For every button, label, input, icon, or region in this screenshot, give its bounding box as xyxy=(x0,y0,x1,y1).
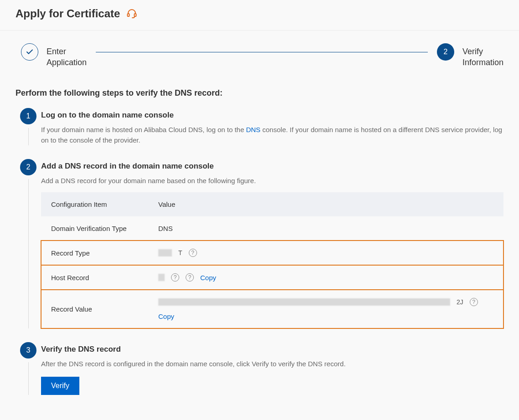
timeline-line xyxy=(28,179,29,328)
wizard-step-2-label: Verify Information xyxy=(462,43,503,68)
dns-console-link[interactable]: DNS xyxy=(246,126,260,133)
section-title: Perform the following steps to verify th… xyxy=(16,88,503,98)
wizard-divider xyxy=(96,52,428,52)
copy-host-record[interactable]: Copy xyxy=(200,274,216,282)
row-record-value: Record Value 2J ? Copy xyxy=(41,290,503,328)
instruction-step-2: 2 Add a DNS record in the domain name co… xyxy=(16,159,503,328)
timeline-line xyxy=(28,362,29,394)
svg-rect-1 xyxy=(135,14,136,16)
step-2-title: Add a DNS record in the domain name cons… xyxy=(41,162,503,171)
step-2-desc: Add a DNS record for your domain name ba… xyxy=(41,175,503,186)
step-number-1: 1 xyxy=(20,108,36,124)
step-number-2: 2 xyxy=(20,159,36,175)
row-host-record: Host Record ? ? Copy xyxy=(41,265,503,290)
redacted-value xyxy=(158,298,450,306)
headset-icon[interactable] xyxy=(126,8,137,20)
copy-record-value[interactable]: Copy xyxy=(158,312,174,320)
svg-rect-0 xyxy=(128,14,130,16)
col-value: Value xyxy=(148,192,503,216)
col-config-item: Configuration Item xyxy=(41,192,148,216)
instruction-step-3: 3 Verify the DNS record After the DNS re… xyxy=(16,342,503,394)
step-1-desc: If your domain name is hosted on Alibaba… xyxy=(41,124,503,146)
row-domain-verification-type: Domain Verification Type DNS xyxy=(41,216,503,241)
instruction-step-1: 1 Log on to the domain name console If y… xyxy=(16,108,503,146)
wizard-step-2[interactable]: 2 Verify Information xyxy=(437,43,503,68)
step-number-3: 3 xyxy=(20,342,36,359)
step-3-title: Verify the DNS record xyxy=(41,345,503,354)
step-3-desc: After the DNS record is configured in th… xyxy=(41,359,503,369)
help-icon[interactable]: ? xyxy=(186,273,194,282)
step-1-title: Log on to the domain name console xyxy=(41,111,503,120)
page-title: Apply for Certificate xyxy=(16,7,120,20)
timeline-line xyxy=(28,128,29,146)
wizard-step-2-number: 2 xyxy=(437,43,454,61)
help-icon[interactable]: ? xyxy=(470,298,478,306)
redacted-value xyxy=(158,274,165,281)
table-header-row: Configuration Item Value xyxy=(41,192,503,216)
dns-config-table: Configuration Item Value Domain Verifica… xyxy=(41,192,503,328)
help-icon[interactable]: ? xyxy=(189,249,197,257)
help-icon[interactable]: ? xyxy=(171,273,179,282)
verify-button[interactable]: Verify xyxy=(41,377,79,395)
redacted-value xyxy=(158,249,172,256)
row-record-type: Record Type T ? xyxy=(41,241,503,265)
page-header: Apply for Certificate xyxy=(0,0,519,31)
wizard-steps: Enter Application 2 Verify Information xyxy=(0,31,519,73)
check-icon xyxy=(21,43,38,61)
wizard-step-1[interactable]: Enter Application xyxy=(21,43,87,68)
wizard-step-1-label: Enter Application xyxy=(47,43,87,68)
